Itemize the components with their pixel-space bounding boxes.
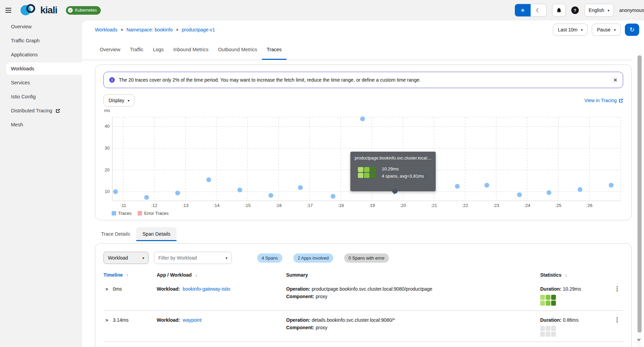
help-button[interactable]: ?	[571, 6, 579, 14]
sidebar-item-mesh[interactable]: Mesh	[0, 119, 82, 131]
light-theme-button[interactable]: ☀	[515, 4, 531, 16]
y-axis-unit-label: ms	[104, 108, 110, 113]
refresh-button[interactable]: ↻	[625, 24, 639, 36]
expand-row-button[interactable]: >	[106, 287, 108, 292]
svg-text::26: :26	[586, 203, 592, 208]
dark-theme-button[interactable]: ☾	[531, 4, 546, 16]
svg-text::15: :15	[244, 203, 251, 208]
trace-point[interactable]	[578, 187, 583, 192]
span-summary-badges: 4 Spans 2 Apps involved 0 Spans with err…	[257, 253, 389, 263]
spans-count-badge: 4 Spans	[257, 253, 282, 263]
chart-legend: Traces Error Traces	[112, 211, 169, 216]
tab-logs[interactable]: Logs	[148, 39, 168, 60]
workload-link[interactable]: bookinfo-gateway-istio	[183, 286, 230, 292]
breadcrumb-separator: >	[176, 28, 178, 32]
username[interactable]: anonymous	[619, 8, 644, 13]
time-range-select[interactable]: Last 10m ▾	[553, 24, 588, 36]
span-start-time: 0ms	[113, 285, 122, 293]
trace-point[interactable]	[298, 185, 303, 190]
trace-point[interactable]	[517, 192, 522, 197]
trace-point[interactable]	[485, 183, 489, 188]
kiali-brand: kiali	[20, 4, 57, 17]
tab-traffic[interactable]: Traffic	[125, 39, 148, 60]
alert-close-button[interactable]: ×	[613, 77, 617, 83]
sidebar-item-overview[interactable]: Overview	[0, 20, 82, 33]
tab-overview[interactable]: Overview	[95, 39, 125, 60]
bell-icon	[556, 8, 562, 13]
tooltip-pointer	[391, 191, 397, 194]
svg-text::13: :13	[182, 203, 188, 208]
scrollbar-track[interactable]	[637, 53, 642, 347]
sidebar-item-istio-config[interactable]: Istio Config	[0, 91, 82, 103]
sidebar-item-services[interactable]: Services	[0, 77, 82, 89]
breadcrumb: Workloads > Namespace: bookinfo > produc…	[95, 27, 215, 32]
svg-text::25: :25	[555, 203, 561, 208]
summary-column-header: Summary	[286, 272, 540, 278]
row-actions-kebab[interactable]: ⋮	[611, 285, 623, 292]
trace-point[interactable]	[331, 194, 335, 199]
breadcrumb-namespace[interactable]: Namespace: bookinfo	[126, 27, 172, 32]
trace-point[interactable]	[144, 195, 149, 200]
span-start-time: 3.14ms	[113, 316, 129, 324]
tab-trace-details[interactable]: Trace Details	[95, 227, 136, 241]
trace-point[interactable]	[360, 116, 365, 121]
language-label: English	[589, 8, 604, 13]
workload-filter-combobox[interactable]: ▾	[154, 252, 232, 264]
trace-point[interactable]	[175, 191, 180, 195]
tab-span-details[interactable]: Span Details	[136, 227, 177, 241]
sun-icon: ☀	[520, 7, 525, 14]
display-options-button[interactable]: Display ▾	[103, 94, 135, 107]
span-duration: 0.86ms	[563, 317, 578, 323]
expand-row-button[interactable]: >	[106, 318, 108, 323]
tab-traces[interactable]: Traces	[262, 39, 286, 60]
span-operation: productpage.bookinfo.svc.cluster.local:9…	[312, 286, 432, 292]
theme-toggle: ☀ ☾	[515, 4, 547, 17]
trace-point[interactable]	[237, 188, 242, 192]
workload-filter-input[interactable]	[158, 255, 226, 261]
breadcrumb-workloads[interactable]: Workloads	[95, 27, 117, 32]
sort-by-app-workload[interactable]: App / Workload ↕	[157, 272, 286, 278]
span-row: > 5.55ms Workload: waypoint Operation:re…	[103, 342, 623, 347]
trace-point[interactable]	[268, 193, 273, 198]
language-select[interactable]: English ▾	[584, 4, 614, 17]
filter-type-select[interactable]: Workload ▾	[103, 252, 149, 264]
info-icon: i	[109, 77, 115, 83]
refresh-icon: ↻	[629, 26, 634, 33]
trace-point[interactable]	[455, 184, 460, 189]
sidebar-item-workloads[interactable]: Workloads	[6, 63, 84, 75]
notifications-button[interactable]	[552, 4, 566, 17]
hamburger-icon	[5, 8, 11, 9]
breadcrumb-workload-name[interactable]: productpage-v1	[182, 27, 215, 32]
span-duration: 10.29ms	[563, 286, 581, 292]
refresh-interval-select[interactable]: Pause ▾	[592, 24, 621, 36]
svg-text:10: 10	[105, 189, 110, 194]
apps-involved-badge: 2 Apps involved	[293, 253, 333, 263]
svg-text::23: :23	[493, 203, 499, 208]
sort-by-timeline[interactable]: Timeline ↑	[103, 272, 157, 278]
tab-inbound-metrics[interactable]: Inbound Metrics	[168, 39, 213, 60]
trace-tooltip: productpage.bookinfo.svc.cluster.local:.…	[350, 152, 436, 191]
scrollbar-thumb[interactable]	[638, 55, 642, 333]
sidebar-item-applications[interactable]: Applications	[0, 48, 82, 61]
sidebar-item-traffic-graph[interactable]: Traffic Graph	[0, 34, 82, 47]
chevron-down-icon: ▾	[226, 256, 227, 260]
trace-point[interactable]	[547, 190, 551, 195]
workload-link[interactable]: waypoint	[183, 317, 201, 323]
trace-point[interactable]	[206, 177, 211, 182]
menu-toggle-button[interactable]	[5, 5, 15, 15]
svg-text::21: :21	[431, 203, 437, 208]
tab-outbound-metrics[interactable]: Outbound Metrics	[213, 39, 262, 60]
row-actions-kebab[interactable]: ⋮	[611, 316, 623, 323]
tooltip-title: productpage.bookinfo.svc.cluster.local:.…	[350, 152, 436, 163]
trace-point[interactable]	[609, 183, 614, 188]
scroll-down-icon[interactable]	[637, 339, 641, 342]
tooltip-duration: 10.29ms	[382, 165, 424, 172]
traces-scatter-chart[interactable]: ms 10203040:11:12:13:14:15:16:17:18:19:2…	[103, 108, 623, 217]
trace-point[interactable]	[113, 189, 118, 194]
sidebar-item-distributed-tracing[interactable]: Distributed Tracing	[0, 105, 82, 117]
masthead: kiali ✓ Kubernetes ☀ ☾ ? English ▾ anony…	[0, 0, 644, 20]
view-in-tracing-link[interactable]: View in Tracing	[584, 98, 623, 103]
svg-text:20: 20	[105, 167, 110, 172]
sort-by-statistics[interactable]: Statistics ↕	[540, 272, 611, 278]
svg-text::20: :20	[400, 203, 406, 208]
